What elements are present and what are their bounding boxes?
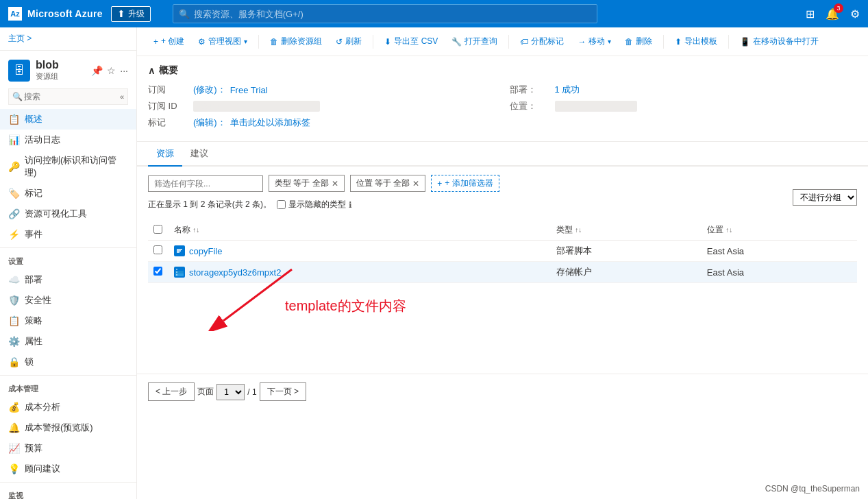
table-header: 名称 ↑↓ 类型 ↑↓ 位置 ↑↓ (148, 220, 857, 241)
monitor-icon[interactable]: ⊞ (806, 8, 815, 21)
notification-badge: 3 (834, 3, 843, 13)
delete-icon: 🗑 (625, 37, 633, 47)
subscription-row: 订阅 (修改)： Free Trial (148, 84, 496, 96)
add-filter-button[interactable]: + + 添加筛选器 (431, 175, 499, 192)
nav-cost-alerts[interactable]: 🔔 成本警报(预览版) (0, 417, 136, 438)
select-all-checkbox[interactable] (153, 225, 162, 234)
nav-overview[interactable]: 📋 概述 (0, 109, 136, 130)
nav-tags[interactable]: 🏷️ 标记 (0, 183, 136, 204)
notifications-icon[interactable]: 🔔 3 (826, 8, 839, 21)
settings-header: 设置 (0, 251, 136, 269)
chevron-down-icon: ▾ (244, 38, 247, 45)
th-name[interactable]: 名称 ↑↓ (169, 220, 551, 241)
row-checkbox[interactable] (153, 267, 162, 276)
nav-policy[interactable]: 📋 策略 (0, 311, 136, 331)
resource-name-link[interactable]: copyFile (189, 246, 222, 256)
nav-events[interactable]: ⚡ 事件 (0, 224, 136, 245)
nav-activity-log[interactable]: 📊 活动日志 (0, 130, 136, 150)
nav-access-control[interactable]: 🔑 访问控制(标识和访问管理) (0, 150, 136, 183)
show-hidden-checkbox[interactable] (277, 200, 286, 209)
pin-icon[interactable]: 📌 (91, 65, 103, 76)
next-page-button[interactable]: 下一页 > (260, 382, 306, 401)
page-select[interactable]: 1 (216, 384, 245, 400)
storage-icon (174, 267, 185, 278)
tab-resources[interactable]: 资源 (148, 142, 182, 167)
nav-deployments[interactable]: ☁️ 部署 (0, 269, 136, 290)
chevron-down-icon-2: ▾ (608, 38, 611, 45)
filter-bar: 类型 等于 全部 ✕ 位置 等于 全部 ✕ + + 添加筛选器 (148, 175, 857, 192)
manage-view-button[interactable]: ⚙ 管理视图 ▾ (193, 33, 253, 50)
nav-lock[interactable]: 🔒 锁 (0, 352, 136, 372)
script-icon (174, 245, 185, 256)
tags-link[interactable]: 单击此处以添加标签 (230, 117, 310, 129)
th-location[interactable]: 位置 ↑↓ (702, 220, 857, 241)
cost-header: 成本管理 (0, 378, 136, 397)
upgrade-button[interactable]: ⬆ 升级 (111, 6, 151, 22)
assign-tag-button[interactable]: 🏷 分配标记 (514, 33, 569, 50)
open-query-button[interactable]: 🔧 打开查询 (446, 33, 503, 50)
move-button[interactable]: → 移动 ▾ (572, 33, 617, 50)
cmd-divider-1 (258, 35, 259, 49)
nav-overview-label: 概述 (25, 113, 42, 125)
nav-budget[interactable]: 📈 预算 (0, 438, 136, 459)
query-icon: 🔧 (451, 37, 462, 47)
more-icon[interactable]: ··· (120, 65, 128, 76)
open-mobile-button[interactable]: 📱 在移动设备中打开 (734, 33, 824, 50)
nav-advisor-label: 顾问建议 (25, 463, 60, 475)
topbar-search-container: 🔍 (173, 4, 597, 23)
row-checkbox[interactable] (153, 245, 162, 254)
subscription-link[interactable]: Free Trial (230, 85, 268, 95)
export-csv-button[interactable]: ⬇ 导出至 CSV (379, 33, 443, 50)
nav-resource-viz[interactable]: 🔗 资源可视化工具 (0, 204, 136, 224)
nav-security[interactable]: 🛡️ 安全性 (0, 290, 136, 311)
department-link[interactable]: 1 成功 (555, 84, 580, 96)
delete-group-button[interactable]: 🗑 删除资源组 (264, 33, 327, 50)
star-icon[interactable]: ☆ (107, 65, 116, 76)
sidebar-collapse-btn[interactable]: « (120, 93, 124, 101)
export-template-button[interactable]: ⬆ 导出模板 (669, 33, 723, 50)
advisor-icon: 💡 (8, 463, 19, 474)
nav-resource-viz-label: 资源可视化工具 (25, 208, 87, 220)
overview-section: ∧ 概要 订阅 (修改)： Free Trial 订阅 ID e841b████… (137, 56, 868, 142)
filter-tag-location[interactable]: 位置 等于 全部 ✕ (350, 175, 426, 192)
collapse-icon[interactable]: ∧ (148, 65, 155, 76)
filter-type-close-icon[interactable]: ✕ (332, 179, 338, 188)
breadcrumb[interactable]: 主页 > (0, 27, 136, 51)
resource-filter-input[interactable] (148, 175, 263, 192)
manage-view-icon: ⚙ (198, 37, 206, 47)
settings-gear-icon[interactable]: ⚙ (850, 8, 860, 21)
filter-tag-location-label: 位置 等于 全部 (356, 178, 410, 189)
nav-policy-label: 策略 (25, 315, 42, 327)
prev-page-button[interactable]: < 上一步 (148, 382, 195, 401)
create-button[interactable]: + + 创建 (148, 33, 190, 50)
divider-1 (0, 247, 136, 248)
mobile-icon: 📱 (740, 37, 750, 47)
subscription-id-row: 订阅 ID e841b████████████████ (148, 100, 496, 112)
access-control-icon: 🔑 (8, 161, 19, 172)
topbar-search-input[interactable] (194, 9, 591, 19)
group-select[interactable]: 不进行分组 (793, 189, 857, 206)
refresh-icon: ↺ (336, 37, 343, 47)
row-checkbox-cell (148, 262, 169, 283)
filter-tag-type[interactable]: 类型 等于 全部 ✕ (269, 175, 345, 192)
tags-row: 标记 (编辑)： 单击此处以添加标签 (148, 117, 496, 129)
nav-advisor[interactable]: 💡 顾问建议 (0, 459, 136, 479)
filter-location-close-icon[interactable]: ✕ (412, 179, 419, 188)
department-row: 部署： 1 成功 (510, 84, 858, 96)
resource-header: 🗄 blob 资源组 📌 ☆ ··· (0, 51, 136, 84)
nav-properties[interactable]: ⚙️ 属性 (0, 331, 136, 352)
tab-recommendations[interactable]: 建议 (182, 142, 216, 167)
resource-type: 资源组 (36, 71, 86, 82)
page-label: 页面 (197, 386, 214, 398)
nav-cost-analysis[interactable]: 💰 成本分析 (0, 397, 136, 417)
sidebar-search-icon: 🔍 (12, 92, 23, 101)
delete-button[interactable]: 🗑 删除 (619, 33, 658, 50)
sidebar-search-container: 🔍 « (0, 84, 136, 109)
refresh-button[interactable]: ↺ 刷新 (330, 33, 367, 50)
nav-access-control-label: 访问控制(标识和访问管理) (25, 154, 128, 179)
create-icon: + (153, 37, 158, 47)
sidebar-search-input[interactable] (8, 88, 128, 105)
overview-icon: 📋 (8, 114, 19, 125)
th-type[interactable]: 类型 ↑↓ (551, 220, 702, 241)
topbar: Az Microsoft Azure ⬆ 升级 🔍 ⊞ 🔔 3 ⚙ (0, 0, 868, 27)
